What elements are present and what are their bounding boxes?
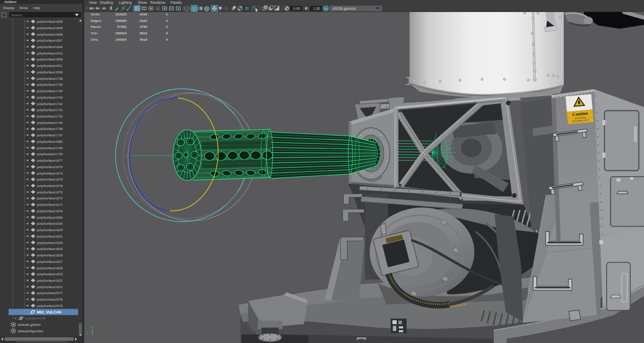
svg-text:polySurface1509: polySurface1509 <box>37 70 63 74</box>
svg-text:polySurface1670: polySurface1670 <box>37 209 63 213</box>
svg-text:polySurface1631: polySurface1631 <box>37 235 63 238</box>
svg-text:polySurface1626: polySurface1626 <box>37 266 63 270</box>
svg-text:polySurface1737: polySurface1737 <box>37 133 63 137</box>
svg-text:polySurface1738: polySurface1738 <box>37 127 63 131</box>
svg-text:polySurface1510: polySurface1510 <box>37 51 63 55</box>
svg-text:polySurface1628: polySurface1628 <box>37 253 63 257</box>
svg-text:polySurface1743: polySurface1743 <box>37 96 63 99</box>
svg-text:polySurface1736: polySurface1736 <box>37 77 63 81</box>
svg-text:Help: Help <box>33 6 40 10</box>
svg-text:GM: GM <box>324 7 328 10</box>
svg-text:polySurface1657: polySurface1657 <box>37 39 63 42</box>
svg-text:Search...: Search... <box>11 13 25 17</box>
svg-text:Y: Y <box>91 326 93 329</box>
svg-text:polySurface1671: polySurface1671 <box>37 203 63 207</box>
svg-text:polySurface1679: polySurface1679 <box>37 178 63 181</box>
svg-text:polySurface1677: polySurface1677 <box>37 159 63 162</box>
svg-text:polySurface2076: polySurface2076 <box>37 298 63 301</box>
svg-text:polySurface1739: polySurface1739 <box>37 152 63 156</box>
svg-text:polySurface1678: polySurface1678 <box>37 184 63 188</box>
svg-text:polySurface1734: polySurface1734 <box>37 89 63 93</box>
svg-text:polySurface1658: polySurface1658 <box>37 33 63 36</box>
svg-text:polySurface1645: polySurface1645 <box>37 26 63 30</box>
svg-text:polySurface1655: polySurface1655 <box>37 20 63 24</box>
svg-text:polySurface1669: polySurface1669 <box>37 216 63 220</box>
svg-text:M61_VULCAN: M61_VULCAN <box>37 310 61 314</box>
svg-text:polySurface1744: polySurface1744 <box>37 121 63 125</box>
svg-text:polySurface1740: polySurface1740 <box>37 146 63 150</box>
svg-text:polySurface1627: polySurface1627 <box>37 260 63 264</box>
svg-text:sRGB gamma: sRGB gamma <box>333 6 356 11</box>
svg-text:Outliner: Outliner <box>4 0 17 4</box>
svg-text:Show: Show <box>19 6 28 10</box>
svg-text:polySurface1508: polySurface1508 <box>37 57 63 61</box>
svg-text:polySurface1673: polySurface1673 <box>37 190 63 194</box>
svg-text:polySurface1680: polySurface1680 <box>37 140 63 144</box>
svg-text:polySurface1672: polySurface1672 <box>37 196 63 200</box>
svg-text:polySurface1621: polySurface1621 <box>37 285 63 289</box>
svg-text:T: T <box>177 7 179 11</box>
svg-text:polySurface1674: polySurface1674 <box>37 172 63 175</box>
svg-text:polySurface1629: polySurface1629 <box>37 228 63 232</box>
svg-text:polySurface1625: polySurface1625 <box>37 241 63 245</box>
svg-text:polySurface1733: polySurface1733 <box>37 114 63 118</box>
svg-text:polySurface1622: polySurface1622 <box>37 279 63 283</box>
svg-text:polySurface1630: polySurface1630 <box>37 222 63 226</box>
svg-text:polySurface1735: polySurface1735 <box>37 83 63 87</box>
svg-text:transform755: transform755 <box>25 316 46 320</box>
svg-text:defaultLightSet: defaultLightSet <box>18 323 41 327</box>
svg-text:Display: Display <box>3 6 14 10</box>
svg-text:polySurface1623: polySurface1623 <box>37 272 63 276</box>
svg-text:polySurface1624: polySurface1624 <box>37 247 63 251</box>
svg-text:polySurface1742: polySurface1742 <box>37 102 63 106</box>
svg-text:polySurface1741: polySurface1741 <box>37 108 63 112</box>
svg-text:polySurface2075: polySurface2075 <box>37 304 63 308</box>
svg-text:z: z <box>86 332 88 335</box>
svg-text:polySurface1675: polySurface1675 <box>37 165 63 169</box>
svg-text:1.00: 1.00 <box>313 6 320 11</box>
svg-text:polySurface2077: polySurface2077 <box>37 291 63 295</box>
svg-text:polySurface1644: polySurface1644 <box>37 45 63 49</box>
svg-text:defaultObjectSet: defaultObjectSet <box>18 329 43 333</box>
svg-text:0.00: 0.00 <box>293 6 301 11</box>
svg-text:polySurface1511: polySurface1511 <box>37 64 63 68</box>
